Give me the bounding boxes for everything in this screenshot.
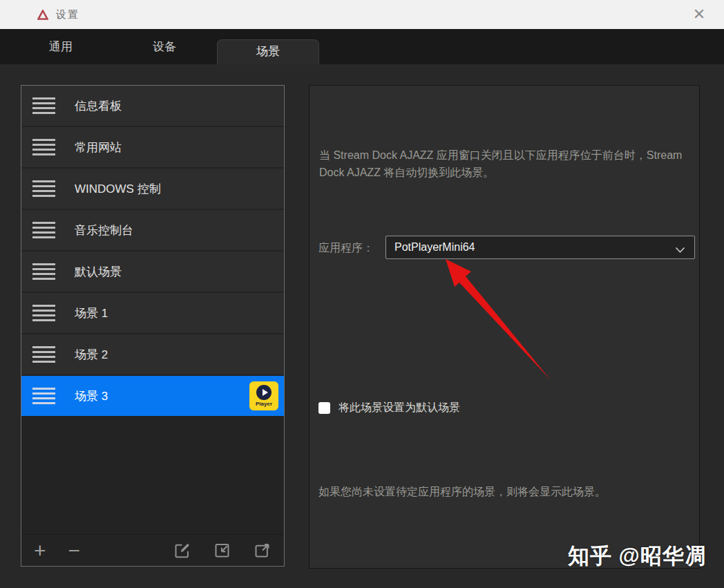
scene-label: 默认场景	[75, 264, 122, 280]
drag-handle-icon[interactable]	[32, 263, 55, 280]
tab-device[interactable]: 设备	[113, 29, 216, 64]
application-dropdown-value: PotPlayerMini64	[394, 241, 675, 254]
scene-row-windows-control[interactable]: WINDOWS 控制	[21, 169, 284, 209]
scene-row-music-console[interactable]: 音乐控制台	[21, 210, 284, 250]
drag-handle-icon[interactable]	[32, 97, 55, 114]
application-label: 应用程序：	[318, 241, 374, 256]
scene-row-scene-1[interactable]: 场景 1	[21, 293, 284, 333]
titlebar: 设置 ✕	[0, 0, 724, 29]
scene-list-panel: 信息看板 常用网站 WINDOWS 控制 音乐控制台 默认场景 场景 1 场景 …	[21, 85, 285, 567]
application-dropdown[interactable]: PotPlayerMini64	[385, 236, 695, 259]
drag-handle-icon[interactable]	[32, 139, 55, 155]
app-logo-icon	[37, 9, 48, 20]
scene-row-common-sites[interactable]: 常用网站	[21, 127, 284, 167]
scene-label: 场景 2	[75, 347, 108, 363]
play-circle-icon	[256, 385, 272, 400]
close-icon[interactable]: ✕	[684, 0, 714, 29]
remove-scene-button[interactable]: −	[68, 540, 81, 561]
fallback-hint-text: 如果您尚未设置待定应用程序的场景，则将会显示此场景。	[318, 485, 695, 500]
tab-bar: 通用 设备 场景	[0, 29, 724, 64]
scene-label: 场景 1	[75, 305, 108, 321]
scene-label: 音乐控制台	[75, 222, 133, 238]
set-default-label: 将此场景设置为默认场景	[339, 401, 460, 415]
scene-row-scene-2[interactable]: 场景 2	[21, 334, 284, 374]
add-scene-button[interactable]: +	[34, 540, 46, 561]
chevron-down-icon	[675, 244, 685, 251]
drag-handle-icon[interactable]	[32, 180, 55, 197]
drag-handle-icon[interactable]	[32, 222, 55, 238]
scene-row-default-scene[interactable]: 默认场景	[21, 252, 284, 292]
drag-handle-icon[interactable]	[32, 346, 55, 363]
window-title: 设置	[56, 8, 79, 21]
import-scene-icon[interactable]	[213, 541, 231, 560]
set-default-scene-row[interactable]: 将此场景设置为默认场景	[318, 401, 460, 415]
scene-detail-panel: 当 Stream Dock AJAZZ 应用窗口关闭且以下应用程序位于前台时，S…	[309, 85, 700, 569]
scene-label: 场景 3	[75, 388, 108, 404]
scene-label: 信息看板	[75, 98, 122, 114]
rename-scene-icon[interactable]	[173, 541, 191, 560]
scene-row-scene-3-selected[interactable]: 场景 3 Player	[21, 376, 284, 416]
potplayer-app-icon: Player	[249, 381, 278, 410]
scene-label: WINDOWS 控制	[75, 181, 161, 197]
tab-scene[interactable]: 场景	[217, 39, 319, 64]
set-default-checkbox[interactable]	[318, 402, 330, 414]
tab-general[interactable]: 通用	[10, 29, 112, 64]
scene-list-toolbar: + −	[21, 534, 284, 566]
export-scene-icon[interactable]	[253, 541, 272, 560]
scene-label: 常用网站	[75, 140, 122, 155]
scene-row-info-board[interactable]: 信息看板	[21, 86, 284, 126]
drag-handle-icon[interactable]	[32, 305, 55, 321]
drag-handle-icon[interactable]	[32, 388, 55, 404]
auto-switch-description: 当 Stream Dock AJAZZ 应用窗口关闭且以下应用程序位于前台时，S…	[319, 146, 696, 181]
zhihu-watermark: 知乎 @昭华凋	[568, 542, 707, 571]
